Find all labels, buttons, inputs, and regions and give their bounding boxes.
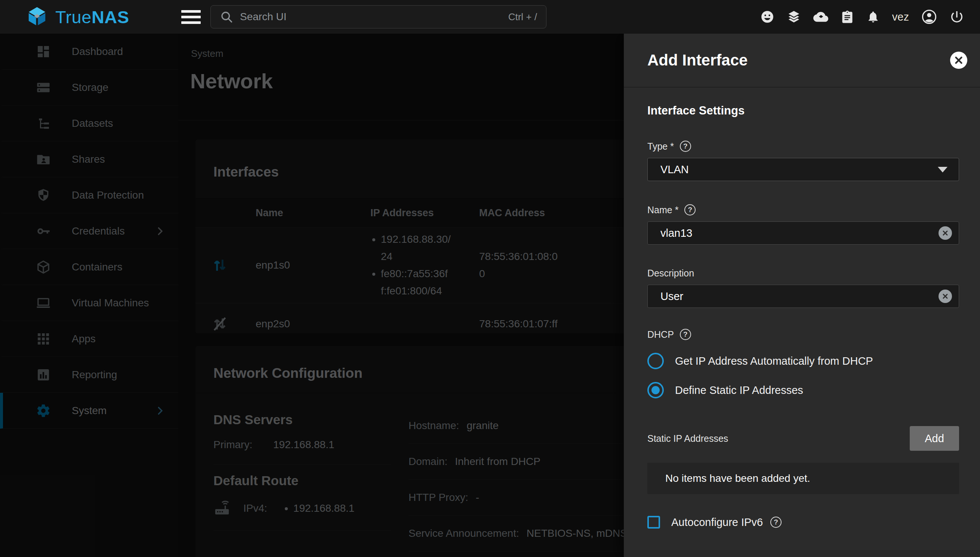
app-body: Dashboard Storage Datasets [0, 34, 980, 557]
search-input[interactable] [239, 10, 502, 23]
user-avatar-icon[interactable] [921, 9, 937, 25]
description-field-label-row: Description [647, 268, 959, 278]
static-ip-header-row: Static IP Addresses Add [647, 426, 959, 451]
truecommand-icon[interactable] [787, 10, 801, 24]
name-field-label-row: Name * ? [647, 204, 959, 215]
clear-input-button[interactable] [938, 226, 952, 240]
topbar-actions: vez [760, 9, 980, 25]
panel-body: Interface Settings Type * ? VLAN Name * … [624, 88, 980, 529]
radio-dhcp[interactable]: Get IP Address Automatically from DHCP [647, 353, 959, 369]
sidebar-toggle-button[interactable] [180, 8, 201, 26]
type-select-value: VLAN [660, 163, 689, 176]
type-field-label-row: Type * ? [647, 141, 959, 152]
dhcp-label-row: DHCP ? [647, 329, 959, 340]
help-icon[interactable]: ? [680, 329, 691, 340]
description-field[interactable]: User [647, 285, 959, 308]
name-field-value: vlan13 [660, 227, 692, 239]
truenas-logo-text: TrueNAS [55, 7, 129, 27]
feedback-smiley-icon[interactable] [760, 10, 774, 24]
checkbox-unchecked-icon [647, 516, 660, 529]
truenas-logo-icon [26, 6, 48, 28]
close-icon [953, 55, 964, 66]
power-icon[interactable] [949, 9, 964, 24]
type-select[interactable]: VLAN [647, 158, 959, 181]
truenas-logo[interactable]: TrueNAS [0, 6, 178, 28]
radio-static-ip[interactable]: Define Static IP Addresses [647, 382, 959, 398]
close-button[interactable] [950, 52, 967, 69]
radio-checked-icon [647, 382, 664, 398]
username-label: vez [892, 11, 909, 23]
description-field-value: User [660, 290, 683, 303]
autoconfigure-ipv6-label: Autoconfigure IPv6 [671, 516, 763, 529]
autoconfigure-ipv6-checkbox-row[interactable]: Autoconfigure IPv6 ? [647, 516, 959, 529]
search-shortcut: Ctrl + / [508, 11, 537, 23]
add-interface-panel: Add Interface Interface Settings Type * … [624, 34, 980, 557]
clear-x-icon [941, 229, 949, 237]
panel-header: Add Interface [624, 34, 980, 88]
chevron-down-icon [938, 167, 948, 173]
truenas-cloud-icon[interactable] [813, 9, 828, 24]
radio-unchecked-icon [647, 353, 664, 369]
name-field-label: Name * [647, 205, 678, 215]
static-ip-label: Static IP Addresses [647, 433, 728, 444]
help-icon[interactable]: ? [770, 516, 782, 528]
global-search: Ctrl + / [211, 5, 547, 28]
clear-input-button[interactable] [938, 290, 952, 303]
alerts-bell-icon[interactable] [866, 10, 880, 24]
description-field-label: Description [647, 268, 694, 278]
type-field-label: Type * [647, 141, 674, 152]
help-icon[interactable]: ? [684, 204, 696, 215]
section-heading: Interface Settings [647, 104, 959, 117]
add-static-ip-button[interactable]: Add [910, 426, 959, 451]
search-icon [220, 10, 233, 24]
help-icon[interactable]: ? [680, 141, 691, 152]
clear-x-icon [941, 293, 949, 300]
hamburger-icon [181, 10, 201, 13]
jobs-clipboard-icon[interactable] [840, 10, 854, 24]
panel-title: Add Interface [647, 51, 748, 69]
dhcp-label: DHCP [647, 329, 674, 340]
static-ip-empty-message: No items have been added yet. [647, 463, 959, 494]
topbar: TrueNAS Ctrl + / [0, 0, 980, 34]
name-field[interactable]: vlan13 [647, 221, 959, 245]
